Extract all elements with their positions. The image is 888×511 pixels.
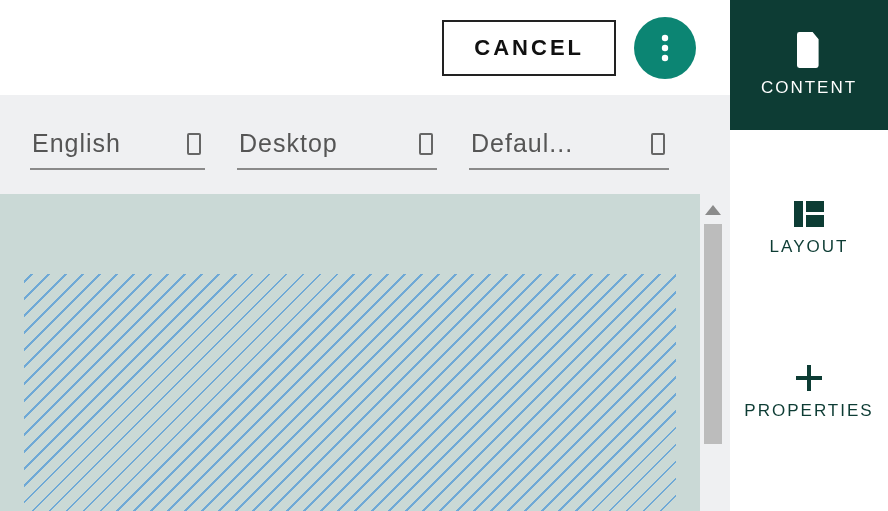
device-label: Desktop: [239, 129, 338, 158]
device-icon: [651, 133, 665, 155]
top-bar: CANCEL: [0, 0, 730, 95]
layout-icon: [794, 201, 824, 227]
device-selector[interactable]: Desktop: [237, 123, 437, 170]
svg-rect-8: [796, 376, 822, 380]
tab-content[interactable]: CONTENT: [730, 0, 888, 130]
language-label: English: [32, 129, 121, 158]
drop-zone[interactable]: [24, 274, 676, 511]
tab-properties-label: PROPERTIES: [744, 401, 873, 421]
device-icon: [187, 133, 201, 155]
more-vertical-icon: [661, 33, 669, 63]
state-label: Defaul...: [471, 129, 573, 158]
svg-point-1: [662, 44, 668, 50]
device-icon: [419, 133, 433, 155]
tab-content-label: CONTENT: [761, 78, 857, 98]
svg-marker-3: [705, 205, 721, 215]
tab-layout[interactable]: LAYOUT: [730, 164, 888, 294]
svg-rect-6: [806, 215, 824, 227]
vertical-scrollbar[interactable]: [702, 194, 724, 511]
chevron-up-icon: [705, 205, 721, 215]
cancel-button[interactable]: CANCEL: [442, 20, 616, 76]
page-canvas[interactable]: [0, 194, 700, 511]
tab-properties[interactable]: PROPERTIES: [730, 328, 888, 458]
scroll-up-button[interactable]: [702, 198, 724, 222]
state-selector[interactable]: Defaul...: [469, 123, 669, 170]
tab-layout-label: LAYOUT: [770, 237, 849, 257]
main-panel: CANCEL English Desktop Defaul...: [0, 0, 730, 511]
scroll-thumb[interactable]: [704, 224, 722, 444]
more-actions-button[interactable]: [634, 17, 696, 79]
svg-point-2: [662, 54, 668, 60]
document-icon: [794, 32, 824, 68]
filter-bar: English Desktop Defaul...: [0, 95, 730, 194]
canvas-area: [0, 194, 730, 511]
right-sidebar: CONTENT LAYOUT PROPERTIES: [730, 0, 888, 511]
language-selector[interactable]: English: [30, 123, 205, 170]
svg-rect-5: [806, 201, 824, 212]
svg-point-0: [662, 34, 668, 40]
plus-icon: [796, 365, 822, 391]
svg-rect-4: [794, 201, 803, 227]
